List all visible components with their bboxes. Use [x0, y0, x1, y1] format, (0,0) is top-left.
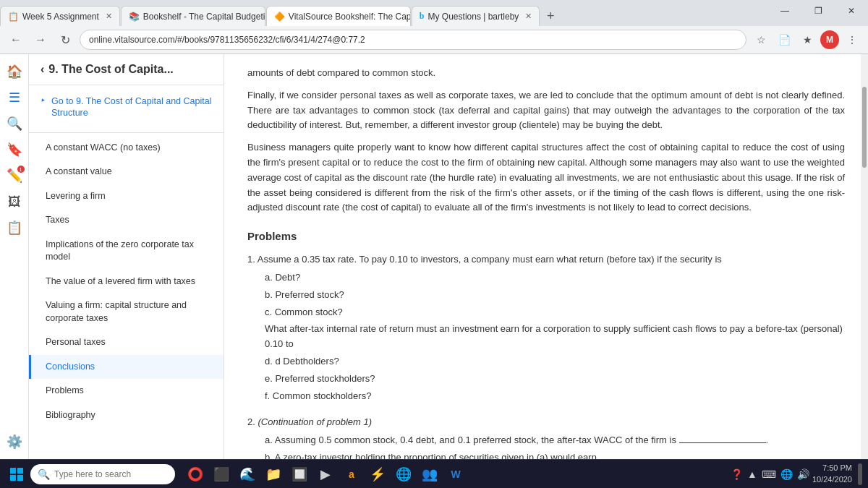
keyboard-icon[interactable]: ⌨ — [762, 468, 776, 480]
scrollbar-thumb[interactable] — [862, 87, 867, 168]
problem-1d: d. d Debtholders? — [265, 354, 845, 369]
sidebar-item-levering-firm[interactable]: Levering a firm — [29, 184, 224, 209]
address-bar-row: ← → ↻ ☆ 📄 ★ M ⋮ — [0, 26, 868, 53]
intro-para-1: amounts of debt compared to common stock… — [247, 66, 845, 81]
chapter-link[interactable]: ‣ Go to 9. The Cost of Capital and Capit… — [29, 91, 224, 124]
tab-bookshelf[interactable]: 📚 Bookshelf - The Capital Budgetin... ✕ — [121, 6, 265, 26]
content-scroll-area: amounts of debt compared to common stock… — [224, 54, 868, 459]
tab-week5[interactable]: 📋 Week 5 Assignment ✕ — [0, 6, 120, 26]
problem-1b: b. Preferred stock? — [265, 288, 845, 303]
sidebar-item-label: A constant value — [46, 166, 112, 176]
taskbar-system-icons: ❓ ▲ ⌨ 🌐 🔊 — [731, 468, 809, 480]
taskbar-store-btn[interactable]: 🔲 — [288, 463, 311, 486]
sidebar-header: ‹ 9. The Cost of Capita... — [29, 54, 224, 85]
intro-para-3: Business managers quite properly want to… — [247, 140, 845, 215]
taskbar-teams-btn[interactable]: 👥 — [418, 463, 441, 486]
problem-1-subitems: a. Debt? b. Preferred stock? c. Common s… — [265, 270, 845, 403]
intro-para-2: Finally, if we consider personal taxes a… — [247, 88, 845, 133]
tab-label: VitalSource Bookshelf: The Capit... — [289, 12, 411, 22]
problem-1-text: Assume a 0.35 tax rate. To pay 0.10 to i… — [258, 254, 722, 265]
taskbar-word-btn[interactable]: W — [444, 463, 467, 486]
start-button[interactable] — [6, 463, 27, 485]
tab-icon: 📚 — [129, 12, 140, 22]
sidebar-item-implications[interactable]: Implications of the zero corporate tax m… — [29, 233, 224, 270]
maximize-button[interactable]: ❐ — [801, 0, 835, 22]
problem-2b: b. A zero-tax investor holding the propo… — [265, 450, 845, 459]
forward-button[interactable]: → — [30, 30, 51, 50]
sidebar-item-valuing-firm[interactable]: Valuing a firm: capital structure and co… — [29, 294, 224, 330]
image-icon-btn[interactable]: 🖼 — [3, 190, 26, 213]
show-desktop-button[interactable] — [858, 463, 862, 485]
taskbar-edge-btn[interactable]: 🌊 — [236, 463, 259, 486]
question-icon[interactable]: ❓ — [731, 468, 743, 480]
taskbar-taskview-btn[interactable]: ⬛ — [210, 463, 233, 486]
tab-close-bartleby[interactable]: ✕ — [525, 12, 532, 21]
tab-icon: 📋 — [8, 12, 19, 22]
annotation-badge: 1 — [17, 166, 25, 173]
sidebar-item-personal-taxes[interactable]: Personal taxes — [29, 330, 224, 355]
pdf-icon[interactable]: 📄 — [774, 30, 794, 50]
taskbar-search-box[interactable]: 🔍 — [30, 464, 175, 484]
home-icon-btn[interactable]: 🏠 — [3, 60, 26, 83]
tab-close-week5[interactable]: ✕ — [106, 12, 112, 21]
taskbar: 🔍 ⭕ ⬛ 🌊 📁 🔲 ▶ a ⚡ 🌐 👥 W ❓ ▲ ⌨ 🌐 🔊 7:50 P… — [0, 459, 868, 488]
problem-1-number: 1. — [247, 254, 258, 265]
taskbar-explorer-btn[interactable]: 📁 — [262, 463, 285, 486]
network-icon[interactable]: 🌐 — [780, 468, 793, 480]
problem-2a: a. Assuming 0.5 common stock, 0.4 debt, … — [265, 433, 845, 448]
problem-1-what: What after-tax internal rate of return m… — [265, 322, 845, 352]
close-button[interactable]: ✕ — [835, 0, 868, 22]
sidebar-title-arrow: ‹ — [41, 63, 44, 76]
minimize-button[interactable]: — — [768, 0, 801, 22]
taskbar-chrome-btn[interactable]: 🌐 — [392, 463, 415, 486]
reload-button[interactable]: ↻ — [55, 30, 75, 50]
sidebar-item-value-levered[interactable]: The value of a levered firm with taxes — [29, 270, 224, 294]
extension-icon[interactable]: ★ — [797, 30, 817, 50]
tab-label: Bookshelf - The Capital Budgetin... — [143, 12, 265, 22]
tab-vitalsource[interactable]: 🔶 VitalSource Bookshelf: The Capit... ✕ — [266, 6, 411, 26]
up-arrow-icon[interactable]: ▲ — [747, 468, 757, 480]
sidebar-item-label: Implications of the zero corporate tax m… — [46, 239, 194, 262]
svg-rect-2 — [10, 475, 16, 481]
arrow-right-icon: ‣ — [41, 95, 46, 107]
sidebar-item-label: A constant WACC (no taxes) — [46, 142, 161, 153]
sidebar-item-bibliography[interactable]: Bibliography — [29, 403, 224, 428]
sidebar: ‹ 9. The Cost of Capita... ‣ Go to 9. Th… — [29, 54, 224, 459]
time-display: 7:50 PM — [822, 463, 852, 474]
problems-section: Problems 1. Assume a 0.35 tax rate. To p… — [247, 230, 845, 459]
taskbar-media-btn[interactable]: ▶ — [314, 463, 337, 486]
sidebar-item-label: Levering a firm — [46, 191, 106, 201]
scrollbar-track[interactable] — [861, 54, 868, 459]
sidebar-item-constant-wacc[interactable]: A constant WACC (no taxes) — [29, 136, 224, 160]
profile-avatar[interactable]: M — [820, 30, 839, 49]
tab-bar: 📋 Week 5 Assignment ✕ 📚 Bookshelf - The … — [0, 0, 868, 26]
bookmark-icon-btn[interactable]: 🔖 — [3, 138, 26, 161]
search-icon-btn[interactable]: 🔍 — [3, 112, 26, 135]
sidebar-item-conclusions[interactable]: Conclusions — [29, 355, 224, 380]
doc-icon-btn[interactable]: 📋 — [3, 216, 26, 239]
sidebar-item-label: Conclusions — [46, 361, 95, 372]
bookmark-page-button[interactable]: ☆ — [751, 30, 771, 50]
main-content[interactable]: amounts of debt compared to common stock… — [224, 54, 868, 459]
taskbar-cortana-btn[interactable]: ⭕ — [184, 463, 207, 486]
volume-icon[interactable]: 🔊 — [797, 468, 809, 480]
taskbar-lightning-btn[interactable]: ⚡ — [366, 463, 389, 486]
address-input[interactable] — [80, 30, 746, 50]
taskbar-clock[interactable]: 7:50 PM 10/24/2020 — [812, 463, 852, 485]
list-icon-btn[interactable]: ☰ — [3, 86, 26, 109]
settings-icon-btn[interactable]: ⚙️ — [3, 430, 26, 453]
taskbar-amazon-btn[interactable]: a — [340, 463, 363, 486]
sidebar-item-problems[interactable]: Problems — [29, 379, 224, 403]
sidebar-item-label: Personal taxes — [46, 337, 106, 347]
back-button[interactable]: ← — [6, 30, 26, 50]
tab-bartleby[interactable]: b My Questions | bartleby ✕ — [412, 6, 540, 26]
sidebar-nav: A constant WACC (no taxes) A constant va… — [29, 136, 224, 460]
tab-label: My Questions | bartleby — [428, 12, 519, 22]
more-options-button[interactable]: ⋮ — [842, 30, 862, 50]
sidebar-item-constant-value[interactable]: A constant value — [29, 160, 224, 184]
taskbar-search-input[interactable] — [54, 469, 168, 479]
new-tab-button[interactable]: + — [540, 6, 561, 26]
tab-icon: b — [420, 11, 425, 22]
pen-icon-btn[interactable]: ✏️ 1 — [3, 164, 26, 187]
sidebar-item-taxes[interactable]: Taxes — [29, 208, 224, 233]
